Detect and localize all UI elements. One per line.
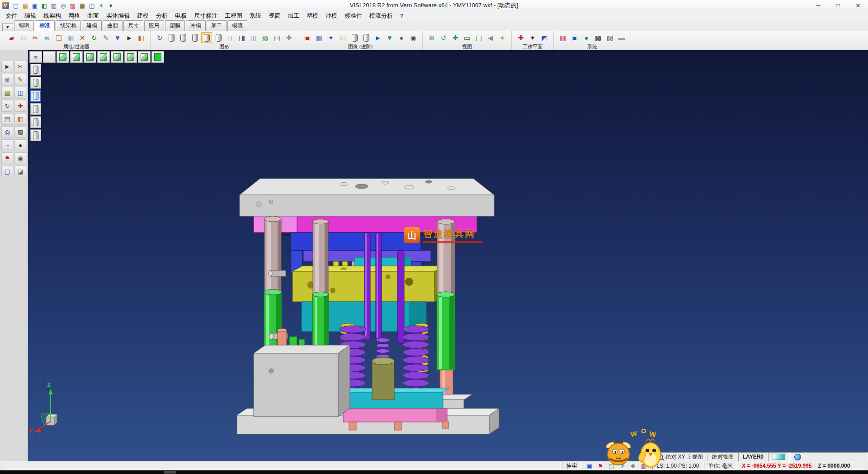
menu-wireframe[interactable]: 线架构 [40, 11, 65, 21]
plot-icon[interactable]: ◫ [88, 1, 96, 9]
display-settings-icon[interactable]: ▣ [569, 32, 580, 43]
shade-cylinder-icon[interactable] [349, 32, 360, 43]
previous-view-icon[interactable]: ◀ [485, 32, 496, 43]
help-status-icon[interactable]: ? [618, 463, 626, 469]
printer-icon[interactable]: ▤ [18, 32, 29, 43]
tab-standard[interactable]: 标准 [35, 20, 55, 31]
section-cylinder-icon[interactable] [361, 32, 372, 43]
gouraud-mode-icon[interactable] [189, 32, 200, 43]
layers-icon[interactable]: ▦ [78, 1, 86, 9]
minimize-button[interactable]: ─ [808, 0, 828, 11]
absolute-view-panel[interactable]: 绝对视图 [708, 452, 738, 461]
view-left-cube-button[interactable] [84, 51, 96, 63]
tab-progress[interactable]: 冲模 [186, 20, 206, 31]
menu-surface[interactable]: 曲面 [84, 11, 103, 21]
trim-scissors-icon[interactable]: ✂ [14, 61, 26, 72]
mirror-icon[interactable]: ◫ [14, 87, 26, 99]
globe-panel[interactable] [790, 452, 806, 461]
menu-modeling[interactable]: 建模 [133, 11, 152, 21]
display-status-icon[interactable]: ▣ [586, 463, 593, 469]
clock-icon[interactable]: ◉ [14, 152, 26, 164]
select-arrow-icon[interactable]: ► [1, 61, 13, 72]
advanced-render-icon[interactable]: ▣ [302, 32, 313, 43]
iso-view-icon[interactable]: ▧ [260, 32, 271, 43]
select-color-icon[interactable]: ▰ [6, 32, 17, 43]
pick-icon[interactable]: ► [124, 32, 135, 43]
menu-dimension[interactable]: 尺寸标注 [190, 11, 221, 21]
tab-flow[interactable]: 模流 [227, 20, 247, 31]
workplane-view-icon[interactable]: ◩ [539, 32, 550, 43]
menu-machining[interactable]: 加工 [284, 11, 303, 21]
view-bottom-cube-button[interactable] [124, 51, 137, 63]
menu-file[interactable]: 文件 [2, 11, 21, 21]
box-mode-icon[interactable]: ▯ [225, 32, 236, 43]
move-view-icon[interactable]: ► [373, 32, 383, 43]
menu-mesh[interactable]: 网格 [65, 11, 84, 21]
section-view-icon[interactable]: ◨ [236, 32, 247, 43]
open-file-icon[interactable]: ▤ [21, 1, 29, 9]
menu-help[interactable]: ? [396, 12, 407, 20]
raster-settings-icon[interactable]: ▨ [604, 32, 615, 43]
settings-status-icon[interactable]: ✚ [629, 463, 637, 469]
shaded-mode-icon[interactable] [201, 32, 212, 43]
close-button[interactable]: ✕ [848, 0, 868, 11]
delete-icon[interactable]: ✕ [77, 32, 88, 43]
table-icon[interactable]: ▦ [65, 32, 76, 43]
workplane-icon[interactable]: ◧ [40, 1, 48, 9]
pan-view-icon[interactable]: ⊕ [426, 32, 437, 43]
rotate-view-icon[interactable]: ↺ [438, 32, 449, 43]
shade-ghost-button[interactable] [30, 103, 41, 115]
tab-application[interactable]: 应用 [144, 20, 164, 31]
tab-surface[interactable]: 曲面 [103, 20, 123, 31]
edit-attributes-icon[interactable]: ❏ [53, 32, 64, 43]
menu-system[interactable]: 系统 [246, 11, 265, 21]
snap-lock-panel[interactable]: 拴牢 [562, 462, 581, 470]
display-list-icon[interactable]: ▤ [272, 32, 283, 43]
snapshot-icon[interactable]: ◉ [408, 32, 419, 43]
flag-icon[interactable]: ⚑ [1, 152, 13, 164]
menu-standard-parts[interactable]: 标准件 [341, 11, 366, 21]
shade-analysis-button[interactable] [30, 129, 41, 141]
menu-edit[interactable]: 编辑 [21, 11, 40, 21]
zoom-window-icon[interactable]: ▢ [473, 32, 484, 43]
printer-status-icon[interactable]: ▤ [608, 463, 615, 469]
menu-window[interactable]: 视窗 [265, 11, 284, 21]
layer-panel[interactable]: LAYER0 [738, 452, 768, 461]
move-icon[interactable]: ⊕ [1, 74, 13, 85]
tab-dimension[interactable]: 尺寸 [123, 20, 143, 31]
tab-wireframe[interactable]: 线架构 [56, 20, 81, 31]
plane-settings-icon[interactable]: ▬ [616, 32, 627, 43]
curve-icon[interactable]: ~ [1, 139, 13, 151]
view-front-cube-button[interactable] [70, 51, 83, 63]
graphics-settings-icon[interactable]: ✚ [283, 32, 294, 43]
link-icon[interactable]: ∞ [42, 32, 52, 43]
view-solid-cube-button[interactable] [151, 51, 164, 63]
paint-icon[interactable]: ◧ [136, 32, 146, 43]
doc-icon[interactable]: ▢ [1, 166, 13, 177]
material-status-icon[interactable]: ▥ [640, 463, 647, 469]
wireframe-mode-icon[interactable] [166, 32, 177, 43]
preview-icon[interactable]: ◎ [59, 1, 67, 9]
multi-view-icon[interactable]: ◫ [248, 32, 259, 43]
export-icon[interactable]: ◪ [14, 166, 26, 177]
zoom-extents-icon[interactable]: ▭ [462, 32, 472, 43]
workplane-free-icon[interactable]: ✦ [527, 32, 538, 43]
flag-status-icon[interactable]: ⚑ [597, 463, 604, 469]
env-sphere-icon[interactable]: ● [396, 32, 407, 43]
hatch-icon[interactable]: ▩ [14, 126, 26, 138]
color-swatch-panel[interactable] [768, 452, 790, 461]
macro-icon[interactable]: ✶ [97, 1, 105, 9]
shade-shaded-button[interactable] [30, 90, 41, 102]
point-icon[interactable]: ● [14, 139, 26, 151]
paint-bucket-icon[interactable]: ◧ [14, 113, 26, 125]
filter-icon[interactable]: ▼ [112, 32, 123, 43]
transparent-mode-icon[interactable] [213, 32, 224, 43]
blend-star-icon[interactable]: ✦ [326, 32, 336, 43]
view-plain-button[interactable] [43, 51, 56, 63]
view-top-cube-button[interactable] [57, 51, 69, 63]
maximize-button[interactable]: □ [828, 0, 848, 11]
new-file-icon[interactable]: ▢ [12, 1, 20, 9]
hatch-settings-icon[interactable]: ▩ [593, 32, 604, 43]
snap-grid-icon[interactable]: ▦ [1, 87, 13, 99]
filter-funnel-icon[interactable]: ▼ [384, 32, 395, 43]
